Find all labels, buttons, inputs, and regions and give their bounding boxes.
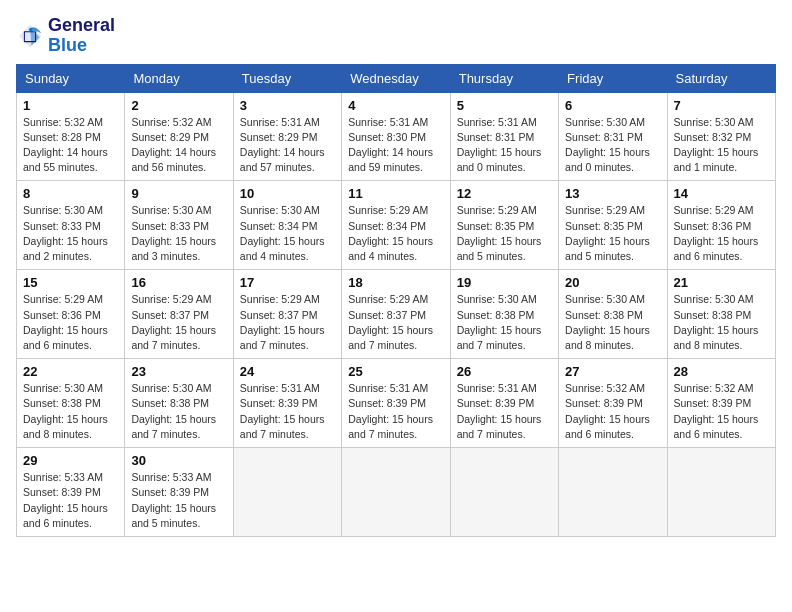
calendar-cell: [450, 448, 558, 537]
day-number: 17: [240, 275, 335, 290]
day-number: 5: [457, 98, 552, 113]
day-info: Sunrise: 5:33 AMSunset: 8:39 PMDaylight:…: [131, 470, 226, 531]
day-number: 30: [131, 453, 226, 468]
day-info: Sunrise: 5:29 AMSunset: 8:35 PMDaylight:…: [457, 203, 552, 264]
calendar-cell: 26Sunrise: 5:31 AMSunset: 8:39 PMDayligh…: [450, 359, 558, 448]
calendar-cell: 30Sunrise: 5:33 AMSunset: 8:39 PMDayligh…: [125, 448, 233, 537]
day-info: Sunrise: 5:31 AMSunset: 8:30 PMDaylight:…: [348, 115, 443, 176]
calendar-cell: 5Sunrise: 5:31 AMSunset: 8:31 PMDaylight…: [450, 92, 558, 181]
day-info: Sunrise: 5:29 AMSunset: 8:36 PMDaylight:…: [23, 292, 118, 353]
calendar-cell: [342, 448, 450, 537]
day-info: Sunrise: 5:30 AMSunset: 8:34 PMDaylight:…: [240, 203, 335, 264]
day-info: Sunrise: 5:30 AMSunset: 8:38 PMDaylight:…: [131, 381, 226, 442]
day-info: Sunrise: 5:30 AMSunset: 8:38 PMDaylight:…: [674, 292, 769, 353]
calendar-cell: 13Sunrise: 5:29 AMSunset: 8:35 PMDayligh…: [559, 181, 667, 270]
calendar-cell: 3Sunrise: 5:31 AMSunset: 8:29 PMDaylight…: [233, 92, 341, 181]
calendar-cell: 18Sunrise: 5:29 AMSunset: 8:37 PMDayligh…: [342, 270, 450, 359]
day-info: Sunrise: 5:30 AMSunset: 8:33 PMDaylight:…: [131, 203, 226, 264]
calendar-row: 1Sunrise: 5:32 AMSunset: 8:28 PMDaylight…: [17, 92, 776, 181]
day-info: Sunrise: 5:30 AMSunset: 8:32 PMDaylight:…: [674, 115, 769, 176]
calendar-cell: 11Sunrise: 5:29 AMSunset: 8:34 PMDayligh…: [342, 181, 450, 270]
calendar-cell: 14Sunrise: 5:29 AMSunset: 8:36 PMDayligh…: [667, 181, 775, 270]
calendar-row: 22Sunrise: 5:30 AMSunset: 8:38 PMDayligh…: [17, 359, 776, 448]
weekday-cell: Sunday: [17, 64, 125, 92]
day-number: 7: [674, 98, 769, 113]
calendar-cell: 2Sunrise: 5:32 AMSunset: 8:29 PMDaylight…: [125, 92, 233, 181]
calendar-cell: 15Sunrise: 5:29 AMSunset: 8:36 PMDayligh…: [17, 270, 125, 359]
calendar-cell: 9Sunrise: 5:30 AMSunset: 8:33 PMDaylight…: [125, 181, 233, 270]
day-number: 28: [674, 364, 769, 379]
calendar-cell: 16Sunrise: 5:29 AMSunset: 8:37 PMDayligh…: [125, 270, 233, 359]
day-info: Sunrise: 5:29 AMSunset: 8:37 PMDaylight:…: [240, 292, 335, 353]
day-number: 26: [457, 364, 552, 379]
day-number: 2: [131, 98, 226, 113]
calendar-cell: 1Sunrise: 5:32 AMSunset: 8:28 PMDaylight…: [17, 92, 125, 181]
calendar-cell: 25Sunrise: 5:31 AMSunset: 8:39 PMDayligh…: [342, 359, 450, 448]
day-info: Sunrise: 5:30 AMSunset: 8:33 PMDaylight:…: [23, 203, 118, 264]
day-number: 9: [131, 186, 226, 201]
day-info: Sunrise: 5:29 AMSunset: 8:37 PMDaylight:…: [131, 292, 226, 353]
day-number: 29: [23, 453, 118, 468]
logo-icon: [16, 22, 44, 50]
calendar-cell: 10Sunrise: 5:30 AMSunset: 8:34 PMDayligh…: [233, 181, 341, 270]
weekday-cell: Tuesday: [233, 64, 341, 92]
calendar-cell: 7Sunrise: 5:30 AMSunset: 8:32 PMDaylight…: [667, 92, 775, 181]
calendar-cell: 4Sunrise: 5:31 AMSunset: 8:30 PMDaylight…: [342, 92, 450, 181]
weekday-header: SundayMondayTuesdayWednesdayThursdayFrid…: [17, 64, 776, 92]
day-number: 24: [240, 364, 335, 379]
day-number: 20: [565, 275, 660, 290]
day-info: Sunrise: 5:31 AMSunset: 8:29 PMDaylight:…: [240, 115, 335, 176]
calendar-cell: [233, 448, 341, 537]
logo: General Blue: [16, 16, 115, 56]
calendar-cell: 8Sunrise: 5:30 AMSunset: 8:33 PMDaylight…: [17, 181, 125, 270]
calendar-row: 8Sunrise: 5:30 AMSunset: 8:33 PMDaylight…: [17, 181, 776, 270]
day-number: 6: [565, 98, 660, 113]
day-number: 13: [565, 186, 660, 201]
calendar-cell: [667, 448, 775, 537]
day-info: Sunrise: 5:33 AMSunset: 8:39 PMDaylight:…: [23, 470, 118, 531]
day-number: 21: [674, 275, 769, 290]
calendar-cell: 23Sunrise: 5:30 AMSunset: 8:38 PMDayligh…: [125, 359, 233, 448]
calendar-cell: 17Sunrise: 5:29 AMSunset: 8:37 PMDayligh…: [233, 270, 341, 359]
day-number: 16: [131, 275, 226, 290]
day-info: Sunrise: 5:32 AMSunset: 8:39 PMDaylight:…: [565, 381, 660, 442]
day-number: 12: [457, 186, 552, 201]
day-number: 19: [457, 275, 552, 290]
day-info: Sunrise: 5:30 AMSunset: 8:38 PMDaylight:…: [457, 292, 552, 353]
day-info: Sunrise: 5:31 AMSunset: 8:39 PMDaylight:…: [457, 381, 552, 442]
logo-line1: General: [48, 16, 115, 36]
day-info: Sunrise: 5:32 AMSunset: 8:39 PMDaylight:…: [674, 381, 769, 442]
day-info: Sunrise: 5:31 AMSunset: 8:39 PMDaylight:…: [348, 381, 443, 442]
day-number: 14: [674, 186, 769, 201]
day-number: 22: [23, 364, 118, 379]
calendar-row: 29Sunrise: 5:33 AMSunset: 8:39 PMDayligh…: [17, 448, 776, 537]
day-number: 15: [23, 275, 118, 290]
calendar-cell: 29Sunrise: 5:33 AMSunset: 8:39 PMDayligh…: [17, 448, 125, 537]
day-number: 10: [240, 186, 335, 201]
day-number: 11: [348, 186, 443, 201]
day-info: Sunrise: 5:32 AMSunset: 8:29 PMDaylight:…: [131, 115, 226, 176]
weekday-cell: Monday: [125, 64, 233, 92]
weekday-cell: Saturday: [667, 64, 775, 92]
calendar-cell: 27Sunrise: 5:32 AMSunset: 8:39 PMDayligh…: [559, 359, 667, 448]
calendar-cell: 28Sunrise: 5:32 AMSunset: 8:39 PMDayligh…: [667, 359, 775, 448]
day-info: Sunrise: 5:30 AMSunset: 8:31 PMDaylight:…: [565, 115, 660, 176]
calendar-cell: 24Sunrise: 5:31 AMSunset: 8:39 PMDayligh…: [233, 359, 341, 448]
day-number: 4: [348, 98, 443, 113]
day-number: 25: [348, 364, 443, 379]
day-info: Sunrise: 5:31 AMSunset: 8:31 PMDaylight:…: [457, 115, 552, 176]
weekday-cell: Thursday: [450, 64, 558, 92]
header: General Blue: [16, 16, 776, 56]
calendar-cell: [559, 448, 667, 537]
day-number: 18: [348, 275, 443, 290]
day-info: Sunrise: 5:32 AMSunset: 8:28 PMDaylight:…: [23, 115, 118, 176]
day-number: 1: [23, 98, 118, 113]
day-number: 23: [131, 364, 226, 379]
calendar-cell: 6Sunrise: 5:30 AMSunset: 8:31 PMDaylight…: [559, 92, 667, 181]
weekday-cell: Wednesday: [342, 64, 450, 92]
day-info: Sunrise: 5:29 AMSunset: 8:36 PMDaylight:…: [674, 203, 769, 264]
day-number: 8: [23, 186, 118, 201]
calendar: SundayMondayTuesdayWednesdayThursdayFrid…: [16, 64, 776, 537]
logo-line2: Blue: [48, 36, 115, 56]
day-info: Sunrise: 5:31 AMSunset: 8:39 PMDaylight:…: [240, 381, 335, 442]
